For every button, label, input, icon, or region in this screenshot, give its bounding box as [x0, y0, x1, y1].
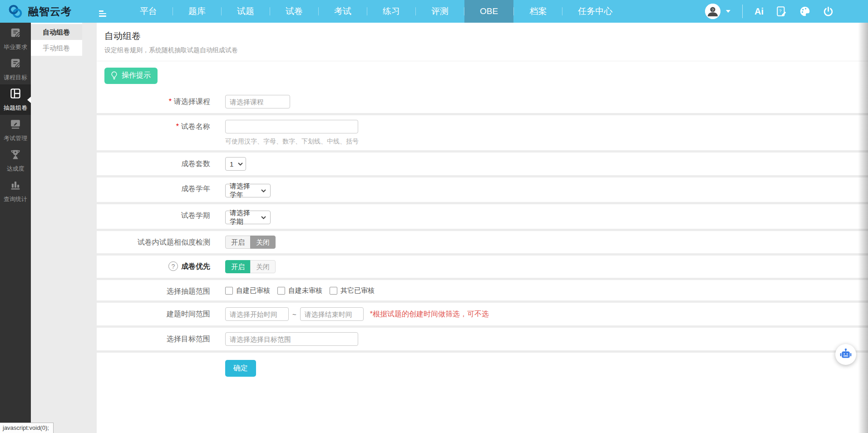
checkbox-icon[interactable] — [330, 287, 337, 295]
theme-palette-icon[interactable] — [799, 5, 811, 17]
form-row-school-year: 成卷学年 请选择学年 — [97, 177, 868, 202]
school-year-select[interactable]: 请选择学年 — [225, 184, 271, 197]
brand[interactable]: 融智云考 — [0, 3, 72, 20]
sidebar-item-graduation-requirements[interactable]: 毕业要求 — [0, 24, 31, 54]
nav-item-question-bank[interactable]: 题库 — [173, 0, 221, 23]
nav-item-papers[interactable]: 试卷 — [270, 0, 318, 23]
sidebar-item-label: 达成度 — [7, 165, 25, 173]
similarity-on-button[interactable]: 开启 — [225, 236, 251, 249]
power-logout-icon[interactable] — [823, 6, 834, 17]
end-time-input[interactable] — [300, 307, 364, 321]
feedback-edit-icon[interactable]: ? — [775, 5, 787, 17]
set-count-label: 成卷套数 — [97, 157, 210, 168]
submenu-column: 自动组卷 手动组卷 — [31, 23, 97, 433]
svg-text:?: ? — [711, 8, 714, 12]
navbar-divider — [742, 5, 743, 18]
bar-chart-icon — [9, 178, 22, 192]
nav-item-archives[interactable]: 档案 — [514, 0, 562, 23]
sidebar-item-label: 毕业要求 — [4, 43, 27, 51]
app-title: 融智云考 — [28, 5, 72, 19]
priority-on-button[interactable]: 开启 — [225, 260, 251, 273]
nav-item-exams[interactable]: 考试 — [319, 0, 367, 23]
start-time-input[interactable] — [225, 307, 289, 321]
priority-off-button[interactable]: 关闭 — [250, 260, 276, 273]
robot-icon — [839, 348, 852, 361]
operation-tips-label: 操作提示 — [122, 71, 151, 80]
lightbulb-icon — [110, 71, 118, 80]
checkbox-self-unreviewed[interactable]: 自建未审核 — [277, 286, 322, 295]
set-count-select[interactable]: 1 — [225, 157, 246, 171]
school-year-label: 成卷学年 — [97, 182, 210, 193]
nav-item-practice[interactable]: 练习 — [367, 0, 415, 23]
page-subtitle: 设定组卷规则，系统随机抽取试题自动组成试卷 — [104, 46, 868, 54]
nav-item-obe[interactable]: OBE — [464, 0, 513, 23]
semester-label: 试卷学期 — [97, 209, 210, 220]
page-header: 自动组卷 设定组卷规则，系统随机抽取试题自动组成试卷 — [97, 23, 868, 61]
nav-item-questions[interactable]: 试题 — [222, 0, 270, 23]
chevron-down-icon[interactable] — [726, 10, 730, 13]
similarity-off-button[interactable]: 关闭 — [250, 236, 276, 249]
time-range-note: *根据试题的创建时间做筛选，可不选 — [370, 307, 489, 321]
main-nav: 平台 题库 试题 试卷 考试 练习 评测 OBE 档案 任务中心 — [124, 0, 628, 23]
required-mark: * — [169, 98, 172, 105]
paper-name-input[interactable] — [225, 120, 358, 133]
left-sidebar: 毕业要求 课程目标 抽题组卷 — [0, 23, 31, 433]
user-avatar-icon[interactable]: ? — [705, 4, 720, 19]
nav-item-evaluation[interactable]: 评测 — [416, 0, 464, 23]
nav-item-platform[interactable]: 平台 — [124, 0, 173, 23]
submenu-item-auto-assembly[interactable]: 自动组卷 — [31, 24, 82, 40]
operation-tips-button[interactable]: 操作提示 — [104, 68, 158, 84]
sidebar-item-label: 抽题组卷 — [4, 104, 27, 112]
confirm-button[interactable]: 确定 — [225, 360, 256, 377]
similarity-label: 试卷内试题相似度检测 — [97, 236, 210, 247]
document-edit-icon — [9, 57, 22, 71]
submenu-item-manual-assembly[interactable]: 手动组卷 — [31, 40, 82, 56]
form-row-time-range: 建题时间范围 ~ *根据试题的创建时间做筛选，可不选 — [97, 303, 868, 325]
form-row-set-count: 成卷套数 1 — [97, 153, 868, 175]
form-row-paper-name: *试卷名称 可使用汉字、字母、数字、下划线、中线、括号 — [97, 115, 868, 150]
svg-text:?: ? — [779, 8, 782, 13]
sidebar-item-label: 考试管理 — [4, 134, 27, 143]
form-row-scope: 选择抽题范围 自建已审核 自建未审核 其它已审核 — [97, 280, 868, 300]
time-range-label: 建题时间范围 — [97, 307, 210, 319]
trophy-icon — [9, 148, 22, 162]
priority-toggle: 开启 关闭 — [225, 260, 276, 273]
form-row-similarity: 试卷内试题相似度检测 开启 关闭 — [97, 231, 868, 253]
checkbox-other-reviewed[interactable]: 其它已审核 — [330, 286, 375, 295]
monitor-edit-icon — [9, 118, 22, 132]
submenu-panel: 自动组卷 手动组卷 — [31, 23, 82, 56]
checkbox-icon[interactable] — [225, 287, 233, 295]
chevron-down-icon — [261, 216, 266, 219]
chevron-down-icon — [238, 162, 243, 166]
sidebar-item-exam-management[interactable]: 考试管理 — [0, 115, 31, 145]
main-content: 自动组卷 设定组卷规则，系统随机抽取试题自动组成试卷 操作提示 *请选择课程 — [97, 23, 868, 433]
navbar-right: ? Ai ? — [705, 4, 868, 19]
chevron-down-icon — [261, 189, 266, 192]
sidebar-item-label: 查询统计 — [4, 195, 27, 203]
paper-name-hint: 可使用汉字、字母、数字、下划线、中线、括号 — [225, 138, 359, 146]
sidebar-item-paper-assembly[interactable]: 抽题组卷 — [0, 84, 31, 115]
status-bar: javascript:void(0); — [0, 423, 54, 433]
target-scope-input[interactable] — [225, 332, 358, 346]
form-row-semester: 试卷学期 请选择学期 — [97, 204, 868, 229]
checkbox-self-reviewed[interactable]: 自建已审核 — [225, 286, 270, 295]
target-label: 选择目标范围 — [97, 332, 210, 344]
robot-assistant-button[interactable] — [835, 344, 856, 365]
course-select-input[interactable] — [225, 95, 290, 108]
help-icon[interactable]: ? — [168, 261, 178, 271]
form-row-course: *请选择课程 — [97, 90, 868, 113]
top-navbar: 融智云考 平台 题库 试题 试卷 考试 练习 评测 OBE 档案 任务中心 ? — [0, 0, 868, 23]
nav-item-task-center[interactable]: 任务中心 — [562, 0, 628, 23]
sidebar-item-query-statistics[interactable]: 查询统计 — [0, 176, 31, 206]
menu-collapse-icon[interactable] — [99, 10, 106, 17]
range-separator: ~ — [292, 310, 296, 318]
page-title: 自动组卷 — [104, 30, 868, 42]
ai-assistant-label[interactable]: Ai — [755, 6, 764, 17]
semester-select[interactable]: 请选择学期 — [225, 211, 271, 224]
sidebar-item-label: 课程目标 — [4, 74, 27, 82]
checkbox-icon[interactable] — [277, 287, 285, 295]
priority-label: ? 成卷优先 — [97, 260, 210, 271]
sidebar-item-course-goals[interactable]: 课程目标 — [0, 54, 31, 84]
sidebar-item-achievement[interactable]: 达成度 — [0, 145, 31, 176]
app-logo-icon — [7, 3, 24, 20]
